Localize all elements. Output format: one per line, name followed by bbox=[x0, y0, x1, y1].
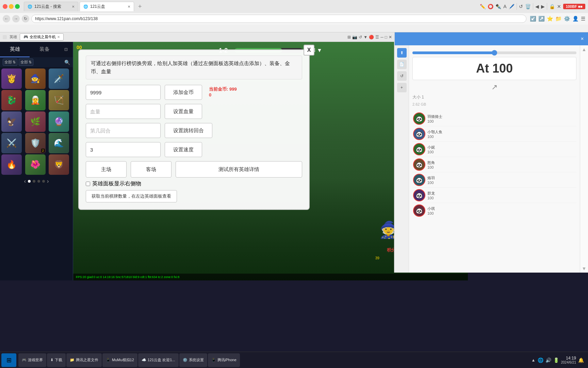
taskbar-btn-iphone[interactable]: 📱 腾讯iPhone bbox=[208, 353, 240, 367]
next-page-btn[interactable]: › bbox=[47, 178, 49, 184]
toolbar-icon-4[interactable]: 📁 bbox=[555, 16, 562, 22]
address-bar-input[interactable] bbox=[31, 15, 526, 23]
hero-thumb-13[interactable]: 🔥 bbox=[1, 154, 22, 175]
hero-thumb-15[interactable]: 🦁 bbox=[49, 154, 69, 175]
window-tab-1-label[interactable]: 英雄 bbox=[10, 34, 17, 40]
set-hp-btn[interactable]: 设置血量 bbox=[165, 104, 202, 119]
tray-icon-notification[interactable]: 🔔 bbox=[578, 357, 584, 363]
test-all-btn[interactable]: 测试所有英雄详情 bbox=[176, 161, 302, 178]
taskbar-btn-system[interactable]: ⚙️ 系统设置 bbox=[179, 353, 207, 367]
player-avatar-3: 🐼 bbox=[413, 158, 425, 171]
win-btn-close[interactable]: ✕ bbox=[389, 35, 392, 40]
hero-thumb-3[interactable]: 🗡️ bbox=[49, 68, 69, 89]
set-round-btn[interactable]: 设置跳转回合 bbox=[165, 123, 212, 138]
hero-thumb-5[interactable]: 🧝 bbox=[25, 90, 46, 110]
taskbar-btn-mumu[interactable]: 📱 MuMu模拟12 bbox=[102, 353, 137, 367]
search-icon[interactable]: 🔍 bbox=[64, 60, 70, 65]
show-right-checkbox[interactable] bbox=[86, 182, 90, 186]
filter-select-2[interactable]: 全部 ⇅ bbox=[19, 59, 33, 66]
hero-thumb-11[interactable]: 🛡️ 2 bbox=[25, 133, 46, 153]
win-btn-menu[interactable]: ☰ bbox=[375, 35, 379, 40]
page-dot-4[interactable] bbox=[42, 180, 45, 183]
tab-extra[interactable]: ⊡ bbox=[59, 42, 73, 57]
taskbar-btn-download[interactable]: ⬇ 下载 bbox=[47, 353, 66, 367]
hero-thumb-14[interactable]: 🌺 bbox=[25, 154, 46, 175]
toolbar-icon-3[interactable]: ⭐ bbox=[547, 16, 553, 22]
hero-thumb-9[interactable]: 🔮 bbox=[49, 111, 69, 132]
toolbar-icon-5[interactable]: ⚙️ bbox=[564, 16, 570, 22]
blue-slider[interactable] bbox=[412, 51, 576, 54]
toolbar-icon-7[interactable]: ☰ bbox=[581, 16, 585, 22]
tab-1-close[interactable]: ✕ bbox=[72, 5, 75, 9]
gold-input[interactable] bbox=[86, 85, 161, 100]
hero-thumb-8[interactable]: 🌿 bbox=[25, 111, 46, 132]
page-dot-1[interactable] bbox=[28, 180, 31, 183]
browser-icon-back2[interactable]: ◀ bbox=[535, 4, 539, 9]
round-input[interactable] bbox=[86, 123, 161, 138]
forward-button[interactable]: → bbox=[12, 15, 20, 22]
toolbar-icon-6[interactable]: 👤 bbox=[572, 16, 579, 22]
rnav-icon-refresh[interactable]: ↺ bbox=[397, 71, 407, 81]
fetch-btn[interactable]: 获取当前棋牌数量，在左边英雄面板查看 bbox=[86, 190, 177, 202]
win-btn-grid[interactable]: ⊞ bbox=[347, 35, 351, 40]
player-name-3: 怒角 bbox=[427, 160, 435, 165]
back-button[interactable]: ← bbox=[3, 15, 10, 22]
win-btn-dropdown[interactable]: ▼ bbox=[363, 35, 368, 40]
tab-equip[interactable]: 装备 bbox=[30, 42, 59, 57]
page-dot-2[interactable] bbox=[33, 180, 35, 183]
hero-thumb-10[interactable]: ⚔️ bbox=[1, 133, 22, 153]
win-btn-minimize[interactable]: ─ bbox=[380, 35, 383, 40]
tab-1[interactable]: 🌐 121云盘 - 搜索 ✕ bbox=[24, 2, 78, 11]
window-tab-close[interactable]: ✕ bbox=[57, 35, 60, 39]
hero-thumb-12[interactable]: 🌊 bbox=[49, 133, 69, 153]
prev-page-btn[interactable]: ‹ bbox=[24, 178, 26, 184]
away-btn[interactable]: 客场 bbox=[131, 161, 172, 178]
win-btn-undo2[interactable]: ↺ bbox=[359, 35, 362, 40]
win-btn-camera[interactable]: 📷 bbox=[352, 35, 357, 40]
hero-thumb-6[interactable]: 🏹 bbox=[49, 90, 69, 110]
tab-hero[interactable]: 英雄 bbox=[0, 42, 30, 57]
hero-thumb-4[interactable]: 🐉 bbox=[1, 90, 22, 110]
tab-2[interactable]: 🌐 121云盘 ✕ bbox=[80, 2, 134, 11]
start-button[interactable]: ⊞ bbox=[1, 353, 16, 367]
browser-icon-undo[interactable]: ↺ bbox=[519, 4, 523, 9]
filter-select-1[interactable]: 全部 ⇅ bbox=[3, 59, 17, 66]
win-btn-maximize[interactable]: □ bbox=[385, 35, 387, 40]
new-tab-btn[interactable]: + bbox=[135, 3, 145, 10]
browser-icon-erase[interactable]: 🗑️ bbox=[525, 4, 531, 9]
toolbar-icon-1[interactable]: ↙️ bbox=[530, 16, 536, 22]
home-btn[interactable]: 主场 bbox=[86, 161, 127, 178]
hp-input[interactable] bbox=[86, 104, 161, 119]
hero-thumb-1[interactable]: 👸 bbox=[1, 68, 22, 89]
round-row: 设置跳转回合 bbox=[86, 123, 302, 138]
add-gold-btn[interactable]: 添加金币 bbox=[165, 85, 202, 100]
dialog-close-btn[interactable]: X bbox=[304, 45, 314, 56]
page-dot-3[interactable] bbox=[37, 180, 40, 183]
window-tab-active[interactable]: 🎮 全控戏之晨牛机 ✕ bbox=[20, 33, 64, 41]
rnav-icon-files[interactable]: 📄 bbox=[397, 60, 407, 69]
toolbar-icon-2[interactable]: ↗️ bbox=[538, 16, 545, 22]
set-speed-btn[interactable]: 设置速度 bbox=[165, 142, 202, 157]
refresh-button[interactable]: ↻ bbox=[22, 15, 29, 22]
browser-btn-red[interactable]: 100BF ■■ bbox=[563, 4, 585, 9]
win-btn-alert[interactable]: 🔴 bbox=[369, 35, 374, 40]
hero-thumb-7[interactable]: 🦅 bbox=[1, 111, 22, 132]
hero-thumb-2[interactable]: 🧙 bbox=[25, 68, 46, 89]
rnav-icon-home[interactable]: ⬆ bbox=[397, 48, 407, 58]
sidebar-close-btn[interactable]: ✕ bbox=[581, 36, 584, 41]
hero-image-5: 🧝 bbox=[25, 90, 46, 110]
window-maximize-dot[interactable] bbox=[15, 4, 20, 9]
speed-input[interactable] bbox=[86, 142, 161, 157]
browser-icon-close-x[interactable]: ✕ bbox=[557, 4, 561, 9]
hero-filter-row: 全部 ⇅ 全部 ⇅ 🔍 bbox=[0, 57, 73, 67]
tab-2-close[interactable]: ✕ bbox=[128, 5, 130, 9]
browser-icon-forward2[interactable]: ▶ bbox=[541, 4, 545, 9]
rnav-icon-plus[interactable]: + bbox=[397, 83, 407, 92]
taskbar-btn-121pan[interactable]: ☁️ 121云盘 欢迎1... bbox=[138, 353, 179, 367]
scroll-down-arrow[interactable]: ▼ bbox=[582, 266, 587, 271]
window-minimize-dot[interactable] bbox=[9, 4, 14, 9]
scroll-up-arrow[interactable]: ▲ bbox=[582, 47, 587, 52]
taskbar-btn-tencent[interactable]: 📁 腾讯之星文件 bbox=[66, 353, 102, 367]
taskbar-btn-game[interactable]: 🎮 游戏世界 bbox=[18, 353, 46, 367]
window-close-dot[interactable] bbox=[3, 4, 7, 9]
